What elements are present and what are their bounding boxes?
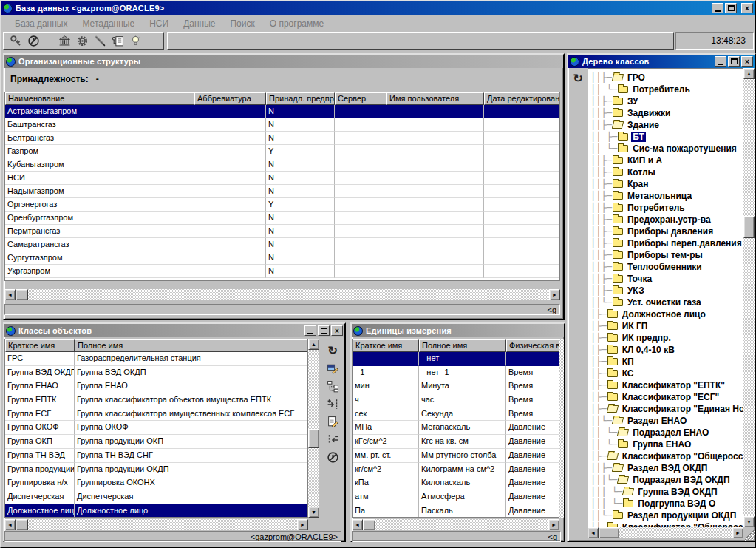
table-row[interactable]: Группа ЕСГГруппа классификатора имуществ… <box>5 407 307 422</box>
tree-item[interactable]: ││└─Раздел продукции ОКДП <box>590 510 743 521</box>
tree-item[interactable]: │├─ИК предпр. <box>590 332 743 344</box>
table-row[interactable]: кПаКилопаскальДавление <box>353 476 559 490</box>
table-row[interactable]: НСИN <box>5 172 559 185</box>
classes-scroll-right-button[interactable]: ► <box>297 519 308 530</box>
org-column-header[interactable]: Наименование <box>5 92 194 105</box>
table-row[interactable]: Должностное лицоДолжностное лицо <box>5 504 307 518</box>
tree-item[interactable]: ││├─Приборы давления <box>590 226 743 237</box>
tree-scroll-up-button[interactable]: ▲ <box>743 68 755 79</box>
tree-item[interactable]: ││├─Теплообменники <box>590 261 743 273</box>
units-hscroll-thumb[interactable] <box>363 519 375 530</box>
table-row[interactable]: ОргэнергогазY <box>5 198 559 212</box>
table-row[interactable]: КубаньгазпромN <box>5 158 559 172</box>
tree-hscrollbar[interactable]: ◄ ► <box>588 527 743 538</box>
table-row[interactable]: --1--нет--1Время <box>353 366 559 380</box>
tree-scroll-left-button[interactable]: ◄ <box>588 527 599 538</box>
cancel-icon[interactable] <box>324 450 341 464</box>
pencil-icon[interactable] <box>92 33 107 48</box>
tree-item[interactable]: ││ └─Подраздел ЕНАО <box>590 427 743 439</box>
tree-resize-grip[interactable] <box>743 530 755 541</box>
remove-icon[interactable] <box>324 432 341 447</box>
table-row[interactable]: ДиспетчерскаяДиспетчерская <box>5 490 307 504</box>
table-row[interactable]: Группа ЕПТКГруппа классификатора объекто… <box>5 393 307 407</box>
tree-item[interactable]: │├─КП <box>590 356 743 368</box>
clipboard-icon[interactable] <box>110 33 125 48</box>
tree-item[interactable]: │├─Классификатор "ЕПТК" <box>590 379 743 391</box>
classes-hscrollbar[interactable]: ◄ ► <box>4 519 308 530</box>
edit-icon[interactable] <box>324 414 341 429</box>
menu-item-2[interactable]: НСИ <box>142 18 176 29</box>
tree-item[interactable]: ││├─Предохран.устр-ва <box>590 214 743 226</box>
image-edit-icon[interactable] <box>324 361 341 376</box>
tree-item[interactable]: │├─Должностное лицо <box>590 308 743 320</box>
units-column-header[interactable]: Физическая величина <box>506 339 559 352</box>
units-scroll-right-button[interactable]: ► <box>548 519 559 530</box>
org-hscrollbar[interactable]: ◄ ► <box>4 289 560 300</box>
classes-column-header[interactable]: Полное имя <box>75 339 308 352</box>
table-row[interactable]: БелтрансгазN <box>5 132 559 145</box>
table-row[interactable]: СургутгазпромN <box>5 251 559 265</box>
main-titlebar[interactable]: База данных <gazprom@ORACLE9> × <box>1 1 755 15</box>
classes-minimize-button[interactable] <box>304 325 316 336</box>
tree-titlebar[interactable]: Дерево классов × <box>568 55 755 68</box>
add-icon[interactable] <box>324 396 341 411</box>
tree-item[interactable]: ││├─Метанольница <box>590 190 743 202</box>
classes-scroll-up-button[interactable]: ▲ <box>308 339 319 350</box>
tree-item[interactable]: │││ └─Группа ВЭД ОКДП <box>590 486 743 498</box>
classes-scroll-left-button[interactable]: ◄ <box>4 519 16 530</box>
org-column-header[interactable]: Дата редактирования <box>484 92 560 105</box>
table-row[interactable]: УкргазпромN <box>5 265 559 278</box>
classes-titlebar[interactable]: Классы объектов × <box>4 324 344 337</box>
table-row[interactable]: МПаМегапаскальДавление <box>353 421 559 435</box>
table-row[interactable]: ПермтрансгазN <box>5 225 559 238</box>
units-scroll-left-button[interactable]: ◄ <box>352 519 363 530</box>
org-scroll-right-button[interactable]: ► <box>549 289 560 300</box>
menu-item-0[interactable]: База данных <box>7 18 75 29</box>
units-hscrollbar[interactable]: ◄ ► <box>352 519 559 530</box>
classes-vscroll-thumb[interactable] <box>308 429 319 448</box>
units-column-header[interactable]: Полное имя <box>419 339 506 352</box>
table-row[interactable]: кГс/см^2Кгс на кв. смДавление <box>353 435 559 449</box>
menu-item-1[interactable]: Метаданные <box>75 18 142 29</box>
classes-maximize-button[interactable] <box>318 325 330 336</box>
table-row[interactable]: ГРСГазораспределительная станция <box>5 352 307 366</box>
tree-item[interactable]: │├─Классификатор "Общеросс <box>590 521 743 527</box>
table-row[interactable]: -----нет----- <box>353 352 559 366</box>
tree-item[interactable]: ││├─Потребитель <box>590 202 743 214</box>
units-titlebar[interactable]: Единицы измерения <box>352 324 564 337</box>
table-row[interactable]: атмАтмосфераДавление <box>353 490 559 504</box>
table-row[interactable]: мм. рт. ст.Мм ртутного столбаДавление <box>353 449 559 463</box>
org-column-header[interactable]: Аббревиатура <box>194 92 266 105</box>
tree-item[interactable]: ││ └─Потребитель <box>590 84 743 95</box>
table-row[interactable]: кг/см^2Килограмм на см^2Давление <box>353 463 559 477</box>
tree-minimize-button[interactable] <box>715 56 726 67</box>
menu-item-3[interactable]: Данные <box>176 18 222 29</box>
menu-item-4[interactable]: Поиск <box>222 18 262 29</box>
minimize-button[interactable] <box>712 3 723 13</box>
tree-item[interactable]: ││ └─Группа ЕНАО <box>590 439 743 450</box>
classes-hscroll-thumb[interactable] <box>16 519 28 530</box>
units-column-header[interactable]: Краткое имя <box>353 339 419 352</box>
tree-item[interactable]: │├─Классификатор "ЕСГ" <box>590 391 743 403</box>
tree-scroll-right-button[interactable]: ► <box>732 527 743 538</box>
table-row[interactable]: ччасВремя <box>353 393 559 407</box>
table-row[interactable]: секСекундаВремя <box>353 407 559 422</box>
lightbulb-icon[interactable] <box>128 33 143 48</box>
tree-vscrollbar[interactable]: ▲ ▼ <box>743 68 755 527</box>
tree-hscroll-thumb[interactable] <box>599 527 619 538</box>
menu-item-5[interactable]: О программе <box>262 18 331 29</box>
refresh-icon[interactable]: ↻ <box>570 71 586 86</box>
org-scroll-left-button[interactable]: ◄ <box>4 289 16 300</box>
table-row[interactable]: АстраханьгазпромN <box>5 105 559 118</box>
table-row[interactable]: НадымгазпромN <box>5 185 559 198</box>
org-column-header[interactable]: Принадл. предпр. <box>266 92 335 105</box>
tree-item[interactable]: │││ └─Подгруппа ВЭД О <box>590 498 743 510</box>
tree-item[interactable]: ││├─Точка <box>590 273 743 285</box>
org-titlebar[interactable]: Организационные структуры <box>4 55 563 68</box>
tree-vscroll-thumb[interactable] <box>743 216 755 238</box>
classes-vscrollbar[interactable]: ▲ ▼ <box>308 339 319 518</box>
settings-icon[interactable] <box>75 33 89 48</box>
tree-scroll-down-button[interactable]: ▼ <box>743 516 755 527</box>
tree-item[interactable]: │├─КС <box>590 368 743 379</box>
tree-item[interactable]: │├─Классификатор "Единая Но <box>590 403 743 415</box>
